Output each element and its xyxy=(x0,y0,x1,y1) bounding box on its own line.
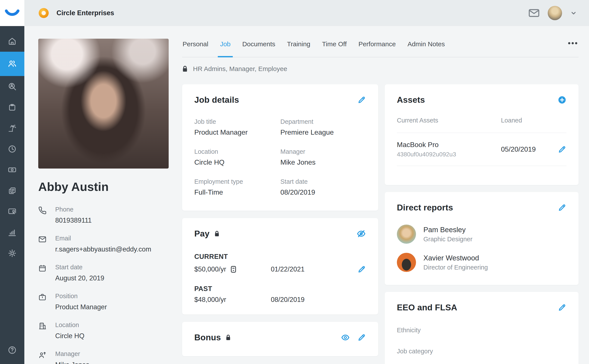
more-tabs-icon[interactable] xyxy=(567,39,579,48)
eeo-ethnicity-label: Ethnicity xyxy=(397,327,566,334)
pay-past-amount: $48,000/yr xyxy=(194,296,226,304)
mail-icon[interactable] xyxy=(529,9,539,17)
sidebar-item-payroll[interactable] xyxy=(0,159,24,180)
pay-current-row: $50,000/yr 01/22/2021 xyxy=(194,265,366,274)
lock-icon xyxy=(225,334,231,341)
tab-admin-notes[interactable]: Admin Notes xyxy=(407,39,445,57)
job-details-grid: Job title Product Manager Department Pre… xyxy=(194,118,366,196)
edit-pencil-icon[interactable] xyxy=(357,265,366,274)
pay-current-amount: $50,000/yr xyxy=(194,265,226,273)
report-role: Director of Engineering xyxy=(424,264,488,271)
tab-training[interactable]: Training xyxy=(287,39,311,57)
field-value: Circle HQ xyxy=(55,332,84,340)
company-name: Circle Enterprises xyxy=(57,9,114,17)
tab-time-off[interactable]: Time Off xyxy=(322,39,347,57)
sidebar-item-reports[interactable] xyxy=(0,222,24,243)
clock-icon xyxy=(8,144,17,154)
add-asset-icon[interactable] xyxy=(558,96,566,104)
card-title: Job details xyxy=(194,95,239,105)
phone-icon xyxy=(38,206,47,224)
edit-pencil-icon[interactable] xyxy=(558,145,566,154)
pay-current-label: CURRENT xyxy=(194,253,366,261)
profile-field-manager: Manager Mike Jones xyxy=(38,350,169,364)
eye-slash-icon[interactable] xyxy=(357,229,366,239)
profile-field-phone: Phone 8019389111 xyxy=(38,206,169,224)
profile-fields: Phone 8019389111 Email r.sagers+abbyaust… xyxy=(38,206,169,364)
tab-documents[interactable]: Documents xyxy=(242,39,276,57)
sidebar-item-documents[interactable] xyxy=(0,180,24,201)
field-label: Start date xyxy=(55,264,104,271)
lock-icon xyxy=(214,231,219,237)
report-name: Xavier Westwood xyxy=(424,254,488,262)
pay-past-label: PAST xyxy=(194,285,366,293)
eddy-smile-icon xyxy=(5,9,20,17)
eye-icon[interactable] xyxy=(341,333,350,342)
edit-pencil-icon[interactable] xyxy=(558,203,566,212)
field-value: Mike Jones xyxy=(55,361,89,364)
job-field-employment-type: Employment type Full-Time xyxy=(194,178,280,196)
pay-note-icon[interactable] xyxy=(230,266,237,273)
employee-photo xyxy=(38,39,169,169)
mail-icon xyxy=(38,235,47,253)
sidebar-item-help[interactable] xyxy=(0,340,24,361)
field-label: Location xyxy=(55,321,84,329)
job-field-department: Department Premiere League xyxy=(280,118,366,136)
edit-pencil-icon[interactable] xyxy=(357,96,366,104)
sidebar-item-people[interactable] xyxy=(0,52,24,76)
tab-performance[interactable]: Performance xyxy=(358,39,396,57)
eeo-job-category-label: Job category xyxy=(397,348,566,355)
building-icon xyxy=(38,321,47,340)
assets-column-headers: Current Assets Loaned xyxy=(397,117,566,124)
direct-reports-list: Pam Beesley Graphic Designer Xavier West… xyxy=(397,225,566,274)
field-label: Manager xyxy=(55,350,89,358)
profile-detail-panel: Personal Job Documents Training Time Off… xyxy=(182,39,579,364)
direct-report-row[interactable]: Pam Beesley Graphic Designer xyxy=(397,225,566,244)
report-name: Pam Beesley xyxy=(424,226,472,234)
eddy-logo[interactable] xyxy=(0,0,24,26)
avatar xyxy=(397,253,416,272)
pay-past-date: 08/20/2019 xyxy=(271,296,304,304)
card-title: EEO and FLSA xyxy=(397,303,457,312)
people-search-icon xyxy=(8,82,17,91)
job-field-start-date: Start date 08/20/2019 xyxy=(280,178,366,196)
sidebar-item-time-clock[interactable] xyxy=(0,139,24,159)
field-value: August 20, 2019 xyxy=(55,274,104,282)
tab-job[interactable]: Job xyxy=(219,39,231,57)
assets-col-loaned: Loaned xyxy=(501,117,522,124)
sidebar-item-settings[interactable] xyxy=(0,243,24,264)
direct-report-row[interactable]: Xavier Westwood Director of Engineering xyxy=(397,253,566,272)
sidebar-item-home[interactable] xyxy=(0,31,24,52)
sidebar-item-people-search[interactable] xyxy=(0,76,24,97)
field-label: Position xyxy=(55,292,107,300)
card-title: Direct reports xyxy=(397,203,453,212)
field-label: Email xyxy=(55,235,151,242)
asset-row: MacBook Pro 4380uf0u4092u092u3 05/20/201… xyxy=(397,133,566,166)
eeo-flsa-card: EEO and FLSA Ethnicity Job category FLSA… xyxy=(385,292,579,364)
chevron-down-icon[interactable] xyxy=(570,10,577,16)
gear-icon xyxy=(8,249,17,258)
top-bar: Circle Enterprises xyxy=(0,0,589,26)
palm-tree-icon xyxy=(8,124,17,133)
assets-card: Assets Current Assets Loaned MacBook Pro xyxy=(385,84,579,185)
app-window: Circle Enterprises xyxy=(0,0,589,364)
profile-field-position: Position Product Manager xyxy=(38,292,169,311)
profile-field-location: Location Circle HQ xyxy=(38,321,169,340)
sidebar-item-time-off[interactable] xyxy=(0,118,24,139)
tab-personal[interactable]: Personal xyxy=(182,39,209,57)
permissions-text: HR Admins, Manager, Employee xyxy=(193,65,287,72)
sidebar-item-clipboard[interactable] xyxy=(0,97,24,118)
user-avatar[interactable] xyxy=(548,6,562,20)
sidebar-item-training[interactable] xyxy=(0,201,24,222)
pay-past-row: $48,000/yr 08/20/2019 xyxy=(194,296,366,304)
edit-pencil-icon[interactable] xyxy=(558,303,566,312)
company-brand[interactable]: Circle Enterprises xyxy=(39,8,114,18)
pay-current-date: 01/22/2021 xyxy=(271,265,304,273)
job-field-location: Location Circle HQ xyxy=(194,148,280,166)
profile-field-start-date: Start date August 20, 2019 xyxy=(38,264,169,282)
profile-field-email: Email r.sagers+abbyaustin@eddy.com xyxy=(38,235,169,253)
card-title: Bonus xyxy=(194,333,221,342)
edit-pencil-icon[interactable] xyxy=(357,333,366,342)
assets-col-current: Current Assets xyxy=(397,117,501,124)
page-content: Abby Austin Phone 8019389111 Email r xyxy=(24,26,589,364)
pay-card: Pay CURRENT $50,000/yr xyxy=(182,218,378,314)
